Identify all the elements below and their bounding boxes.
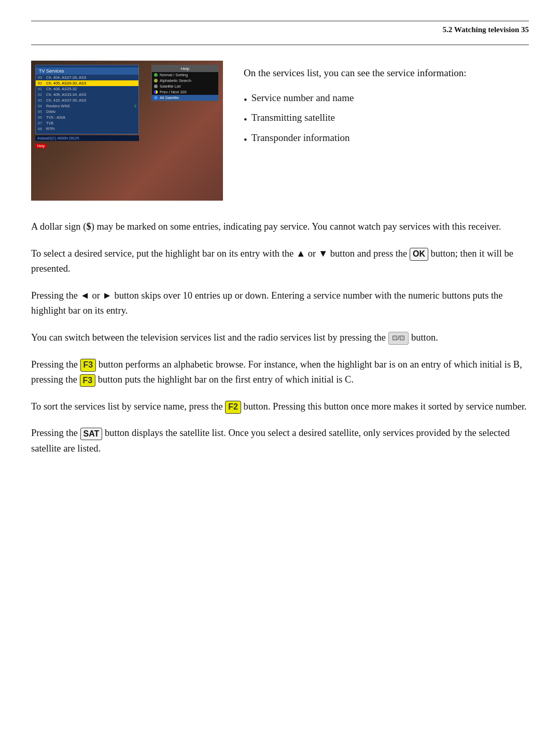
paragraph-switch-radio-tv: You can switch between the television se… xyxy=(31,330,529,346)
tv-help-item-alpha: Alphabetic Search xyxy=(152,78,218,83)
tv-service-row: 82 Ch. 409, AS33-34, AS3 xyxy=(36,92,138,97)
bullet-dot-icon: • xyxy=(244,113,247,127)
tv-help-button: Help xyxy=(35,144,47,148)
tv-screenshot: TV Services 89 Ch. 404, AS27-28, AS3 80 … xyxy=(31,61,223,201)
paragraph-skip-entries: Pressing the ◄ or ► button skips over 10… xyxy=(31,288,529,319)
bullet-list: • Service number and name • Transmitting… xyxy=(244,91,529,147)
tv-help-item-allsat: All Satellite xyxy=(152,95,218,101)
page-container: 5.2 Watching television 35 TV Services 8… xyxy=(0,0,560,499)
yellow-dot-icon xyxy=(154,79,158,82)
intro-section: On the services list, you can see the se… xyxy=(244,61,529,201)
tv-help-item-normal: Normal / Sorting xyxy=(152,72,218,78)
header-bar: 5.2 Watching television 35 xyxy=(31,25,529,45)
tv-service-row: 86 TV5 - ASIA xyxy=(36,115,138,120)
tv-service-row-highlighted: 80 Ch. 405, AS20-30, AS3 xyxy=(36,80,138,86)
sat-key: SAT xyxy=(80,428,103,440)
tv-service-row: 81 Ch. 408, AS25-32 xyxy=(36,86,138,92)
tv-service-row: 89 Ch. 404, AS27-28, AS3 xyxy=(36,75,138,80)
green-dot-icon xyxy=(154,73,158,77)
tv-services-panel: TV Services 89 Ch. 404, AS27-28, AS3 80 … xyxy=(35,65,139,134)
paragraph-f2-button: To sort the services list by service nam… xyxy=(31,399,529,415)
f3-key-1: F3 xyxy=(80,359,96,371)
main-content: A dollar sign ($) may be marked on some … xyxy=(31,219,529,457)
f2-key: F2 xyxy=(225,401,241,413)
paragraph-dollar-sign: A dollar sign ($) may be marked on some … xyxy=(31,219,529,235)
top-section: TV Services 89 Ch. 404, AS27-28, AS3 80 … xyxy=(31,61,529,201)
tv-services-title: TV Services xyxy=(36,67,138,75)
tv-help-item-prevnext: Prev / Next 100 xyxy=(152,89,218,95)
tv-service-row: 88 RTPi xyxy=(36,126,138,132)
tv-help-panel-title: Help xyxy=(152,65,218,72)
tv-service-row: 85 DWtv xyxy=(36,109,138,115)
paragraph-sat-button: Pressing the SAT button displays the sat… xyxy=(31,426,529,456)
tv-services-overlay: TV Services 89 Ch. 404, AS27-28, AS3 80 … xyxy=(35,65,139,148)
screenshot-container: TV Services 89 Ch. 404, AS27-28, AS3 80 … xyxy=(31,61,223,201)
header-line xyxy=(31,21,529,21)
tv-status-bar: Asiasat2(C) 4000H 28125 xyxy=(35,135,139,141)
bullet-dot-icon: • xyxy=(244,93,247,107)
tv-help-item-satellite: Satellite List xyxy=(152,83,218,89)
ok-key: OK xyxy=(410,248,428,260)
tv-help-panel: Help Normal / Sorting Alphabetic Search … xyxy=(151,65,219,101)
intro-paragraph: On the services list, you can see the se… xyxy=(244,66,529,81)
tv-service-row: 83 Ch. 410, AS37-39, AS3 xyxy=(36,97,138,103)
blue-dot-icon xyxy=(154,96,158,100)
tv-radio-button: ⊡/⊡ xyxy=(388,332,409,345)
dollar-sign-bold: $ xyxy=(86,221,91,232)
bullet-text-service-number: Service number and name xyxy=(251,91,354,105)
bullet-text-satellite: Transmitting satellite xyxy=(251,111,335,125)
tv-service-row: 87 TVE xyxy=(36,120,138,126)
blue-yellow-dot-icon xyxy=(154,90,158,94)
f3-key-2: F3 xyxy=(80,374,96,387)
bullet-dot-icon: • xyxy=(244,133,247,147)
bullet-item-service-number: • Service number and name xyxy=(244,91,529,107)
bullet-item-satellite: • Transmitting satellite xyxy=(244,111,529,127)
bullet-text-transponder: Transponder information xyxy=(251,131,350,145)
bullet-item-transponder: • Transponder information xyxy=(244,131,529,147)
tv-help-row: Help xyxy=(35,143,139,148)
paragraph-f3-button: Pressing the F3 button performs an alpha… xyxy=(31,357,529,388)
page-header-title: 5.2 Watching television 35 xyxy=(443,25,529,34)
tv-service-row-reuters: 84 Reuters WNS $ xyxy=(36,103,138,109)
gray-dot-icon xyxy=(154,85,158,88)
tv-screen: TV Services 89 Ch. 404, AS27-28, AS3 80 … xyxy=(31,61,223,201)
paragraph-select-service: To select a desired service, put the hig… xyxy=(31,246,529,277)
